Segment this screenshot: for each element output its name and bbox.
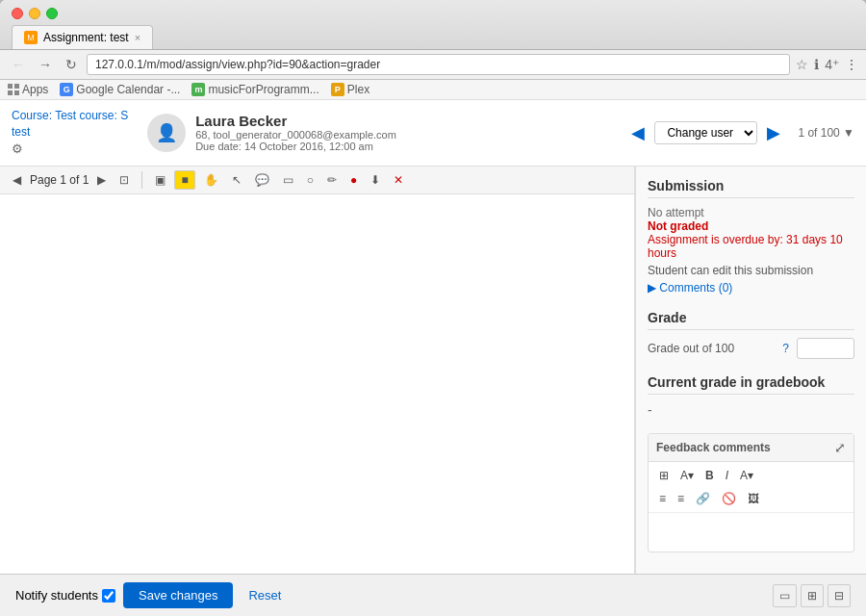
bookmarks-bar: Apps G Google Calendar -... m musicForPr… xyxy=(0,80,866,100)
feedback-section: Feedback comments ⤢ ⊞ A▾ B I A▾ xyxy=(648,433,854,552)
help-icon[interactable]: ? xyxy=(782,342,789,355)
select-all-button[interactable]: ▣ xyxy=(150,170,170,190)
not-graded-status: Not graded xyxy=(648,219,854,233)
feedback-header: Feedback comments ⤢ xyxy=(649,434,853,462)
editor-content[interactable] xyxy=(649,513,853,552)
download-button[interactable]: ⬇ xyxy=(366,170,385,190)
test-link[interactable]: test xyxy=(12,125,30,139)
browser-window: M Assignment: test × ← → ↻ ☆ ℹ 4⁺ ⋮ Apps xyxy=(0,0,866,616)
font-color-button[interactable]: A▾ xyxy=(735,466,758,485)
tabs-row: M Assignment: test × xyxy=(12,25,854,49)
main-area: ◀ Page 1 of 1 ▶ ⊡ ▣ ■ ✋ ↖ 💬 ▭ ○ ✏ ● ⬇ xyxy=(0,167,866,574)
grade-section-title: Grade xyxy=(648,310,854,330)
tab-close-button[interactable]: × xyxy=(135,32,140,43)
browser-tab[interactable]: M Assignment: test × xyxy=(12,25,153,49)
gradebook-section: Current grade in gradebook - xyxy=(648,374,854,418)
toolbar-right: ☆ ℹ 4⁺ ⋮ xyxy=(796,57,858,72)
navigation-toolbar: ← → ↻ ☆ ℹ 4⁺ ⋮ xyxy=(0,50,866,80)
menu-icon[interactable]: ⋮ xyxy=(845,57,858,72)
notify-checkbox[interactable] xyxy=(102,589,115,603)
link-button[interactable]: 🔗 xyxy=(691,489,715,508)
submission-viewer: ◀ Page 1 of 1 ▶ ⊡ ▣ ■ ✋ ↖ 💬 ▭ ○ ✏ ● ⬇ xyxy=(0,167,635,574)
viewer-toolbar: ◀ Page 1 of 1 ▶ ⊡ ▣ ■ ✋ ↖ 💬 ▭ ○ ✏ ● ⬇ xyxy=(0,167,634,194)
table-button[interactable]: ⊞ xyxy=(654,466,674,485)
add-comment-button[interactable]: 💬 xyxy=(250,170,274,190)
filter-icon[interactable]: ▼ xyxy=(843,126,854,140)
reload-button[interactable]: ↻ xyxy=(62,55,81,74)
notify-label: Notify students xyxy=(15,588,115,603)
next-user-button[interactable]: ▶ xyxy=(763,118,784,147)
grade-section: Grade Grade out of 100 ? xyxy=(648,310,854,359)
prev-user-button[interactable]: ◀ xyxy=(627,118,649,147)
ordered-list-button[interactable]: ≡ xyxy=(673,489,689,508)
italic-button[interactable]: I xyxy=(721,466,733,485)
cursor-button[interactable]: ↖ xyxy=(227,170,246,190)
user-details: Laura Becker 68, tool_generator_000068@e… xyxy=(195,113,396,152)
gear-icon[interactable]: ⚙ xyxy=(12,141,23,156)
rectangle-button[interactable]: ▭ xyxy=(278,170,298,190)
notify-students-text: Notify students xyxy=(15,588,98,603)
back-button[interactable]: ← xyxy=(8,55,29,74)
highlight-button[interactable]: ■ xyxy=(174,170,194,190)
layout-split-button[interactable]: ⊞ xyxy=(801,584,824,607)
bookmark-star-icon[interactable]: ☆ xyxy=(796,57,808,72)
comments-link[interactable]: ▶ Comments (0) xyxy=(648,281,854,295)
info-icon[interactable]: ℹ xyxy=(814,57,819,72)
save-changes-button[interactable]: Save changes xyxy=(123,582,233,608)
pan-button[interactable]: ✋ xyxy=(199,170,223,190)
font-size-button[interactable]: A▾ xyxy=(675,466,699,485)
can-edit-status: Student can edit this submission xyxy=(648,264,854,277)
forward-button[interactable]: → xyxy=(35,55,56,74)
minimize-traffic-light[interactable] xyxy=(29,8,40,19)
grade-label: Grade out of 100 xyxy=(648,342,775,355)
unlink-button[interactable]: 🚫 xyxy=(717,489,741,508)
stamp-button[interactable]: ● xyxy=(345,170,362,190)
bottom-right: ▭ ⊞ ⊟ xyxy=(773,584,851,607)
gradebook-section-title: Current grade in gradebook xyxy=(648,374,854,395)
grade-input[interactable] xyxy=(797,338,854,359)
layout-single-button[interactable]: ▭ xyxy=(773,584,797,607)
grade-input-row: Grade out of 100 ? xyxy=(648,338,854,359)
close-traffic-light[interactable] xyxy=(12,8,23,19)
page-navigation: ◀ Page 1 of 1 ▶ ⊡ xyxy=(8,170,134,190)
tab-title: Assignment: test xyxy=(43,31,129,44)
clear-button[interactable]: ✕ xyxy=(389,170,408,190)
next-page-button[interactable]: ▶ xyxy=(92,170,111,190)
pen-button[interactable]: ✏ xyxy=(322,170,342,190)
titlebar: M Assignment: test × xyxy=(0,0,866,50)
bold-button[interactable]: B xyxy=(700,466,719,485)
unordered-list-button[interactable]: ≡ xyxy=(654,489,671,508)
viewer-content xyxy=(0,194,634,574)
gradebook-value: - xyxy=(648,402,854,418)
extension-icon[interactable]: 4⁺ xyxy=(825,57,839,72)
change-user-select[interactable]: Change user xyxy=(654,121,757,144)
submission-section: Submission No attempt Not graded Assignm… xyxy=(648,178,854,295)
bottom-bar: Notify students Save changes Reset ▭ ⊞ ⊟ xyxy=(0,574,866,616)
reset-button[interactable]: Reset xyxy=(241,582,289,608)
user-navigation: ◀ Change user ▶ 1 of 100 ▼ xyxy=(627,118,854,147)
prev-page-button[interactable]: ◀ xyxy=(8,170,26,190)
url-bar[interactable] xyxy=(87,54,790,75)
user-name: Laura Becker xyxy=(195,113,396,129)
image-button[interactable]: 🖼 xyxy=(743,489,764,508)
tab-favicon: M xyxy=(24,31,38,44)
editor-row-1: ⊞ A▾ B I A▾ xyxy=(654,466,848,485)
plex-bookmark[interactable]: P Plex xyxy=(331,83,369,96)
submission-section-title: Submission xyxy=(648,178,854,198)
layout-wide-button[interactable]: ⊟ xyxy=(828,584,851,607)
page-label: Page 1 of 1 xyxy=(30,173,89,187)
course-info: Course: Test course: S test ⚙ xyxy=(12,108,128,158)
plex-label: Plex xyxy=(347,83,369,96)
no-attempt: No attempt xyxy=(648,206,854,219)
oval-button[interactable]: ○ xyxy=(302,170,318,190)
expand-page-button[interactable]: ⊡ xyxy=(115,170,134,190)
feedback-title: Feedback comments xyxy=(656,441,771,454)
maximize-traffic-light[interactable] xyxy=(46,8,58,19)
google-calendar-favicon: G xyxy=(60,83,73,96)
expand-icon[interactable]: ⤢ xyxy=(834,440,846,455)
google-calendar-bookmark[interactable]: G Google Calendar -... xyxy=(60,83,180,96)
toolbar-separator xyxy=(141,171,142,189)
apps-bookmark[interactable]: Apps xyxy=(8,83,48,96)
course-link[interactable]: Course: Test course: S xyxy=(12,109,128,122)
music-bookmark[interactable]: m musicForProgramm... xyxy=(191,83,318,96)
